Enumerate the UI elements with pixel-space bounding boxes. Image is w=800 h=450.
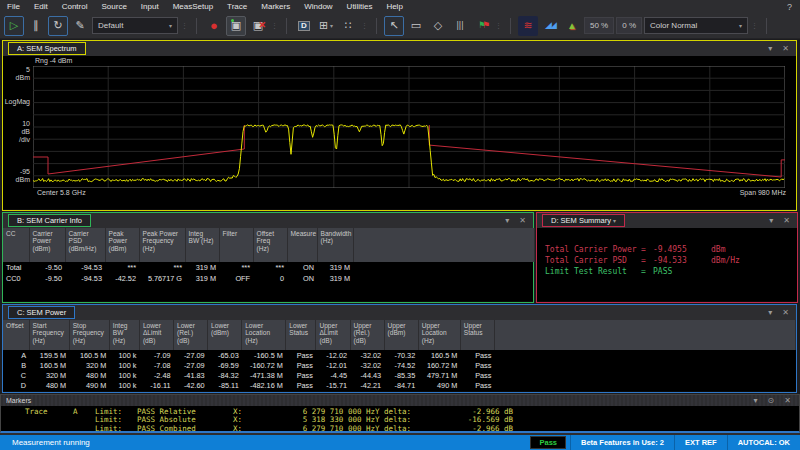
spectrogram-button[interactable]: ≋ [518,16,538,36]
cell: D [3,380,29,390]
cell: OFF [219,273,253,284]
marker-field [25,416,73,424]
cell: -7.09 [139,350,173,360]
marker-row: Limit:PASS CombinedX:6 279 710 000 HzY d… [1,425,799,433]
transparency-value[interactable]: 50 % [584,17,614,34]
close-icon[interactable]: ✕ [778,308,793,317]
column-header: Upper (dBm) [384,320,418,350]
cell: -482.16 M [242,380,286,390]
minimize-icon[interactable]: ▾ [765,216,777,225]
marker-flags-button[interactable]: ⚑⚑ [472,16,492,36]
chevron-down-icon: ▾ [169,22,172,29]
pause-button[interactable]: ∥ [26,16,46,36]
rotation-value[interactable]: 0 % [616,17,642,34]
hardware-connect-button[interactable]: ▣ [226,16,246,36]
histogram-button[interactable]: ◢◢ [540,16,560,36]
toolbar-grip: ⋮ [361,22,368,30]
toolbar-grip: ⋮ [495,22,502,30]
sweep-config-button[interactable]: ✎ [70,16,90,36]
display-lines-button[interactable]: ||| [450,16,470,36]
summary-unit [711,266,797,277]
play-button[interactable]: ▷ [4,16,24,36]
cell: -65.03 [208,350,242,360]
layout-grid-icon: ⊞ [319,20,328,31]
cell: -27.09 [174,360,208,370]
center-frequency-label: Center 5.8 GHz [37,189,86,196]
menu-item-input[interactable]: Input [134,0,166,13]
cell: ON [287,262,317,273]
column-header: Upper Status [460,320,494,350]
menu-item-edit[interactable]: Edit [27,0,55,13]
minimize-icon[interactable]: ▾ [764,44,776,53]
column-header: Carrier PSD (dBm/Hz) [65,228,105,262]
chevron-down-icon[interactable]: ▾ [613,217,616,224]
digital-demod-icon: D [298,21,310,31]
panel-sem-summary: D: SEM Summary ▾ ▾ ✕ Total Carrier Power… [536,212,798,303]
marker-field: -2.966 dB [441,425,513,433]
cell: Pass [460,380,494,390]
cell: -85.35 [384,370,418,380]
cell [494,370,795,380]
menu-item-trace[interactable]: Trace [220,0,254,13]
menu-item-file[interactable]: File [0,0,27,13]
span-label: Span 980 MHz [740,189,786,196]
minimize-icon[interactable]: ▾ [750,396,762,405]
color-dropdown[interactable]: Color Normal▾ [644,17,748,34]
hardware-disconnect-button[interactable]: ▣✕ [248,16,268,36]
menu-item-control[interactable]: Control [55,0,95,13]
panel-a-title-tab[interactable]: A: SEM Spectrum [8,42,86,55]
restart-button[interactable]: ↻ [48,16,68,36]
cell [353,262,534,273]
close-icon[interactable]: ✕ [778,44,793,53]
marker-field [73,425,95,433]
spectrum-plot[interactable] [33,66,785,188]
panel-d-title-tab[interactable]: D: SEM Summary ▾ [542,214,625,227]
zoom-select-button[interactable]: ▭ [406,16,426,36]
menu-item-source[interactable]: Source [94,0,133,13]
menu-item-meassetup[interactable]: MeasSetup [166,0,220,13]
cell: -16.11 [139,380,173,390]
histogram-icon: ◢◢ [545,21,555,30]
close-icon[interactable]: ✕ [779,216,794,225]
cell: Pass [286,360,316,370]
summary-value: PASS [653,266,711,277]
menu-item-help[interactable]: Help [379,0,409,13]
panel-b-title-tab[interactable]: B: SEM Carrier Info [8,214,91,227]
pin-icon[interactable]: ⊙ [764,396,779,405]
column-header: Lower Status [286,320,316,350]
marker-diamond-button[interactable]: ◇ [428,16,448,36]
cell: Total [3,262,29,273]
cursor-select-button[interactable]: ↖ [384,16,404,36]
record-button[interactable]: ● [204,16,224,36]
menu-item-utilities[interactable]: Utilities [340,0,380,13]
cell: 100 k [109,350,139,360]
markers-title-bar: Markers ▾ ⊙ ✕ [1,395,799,406]
column-header: Lower ΔLimit (dB) [139,320,173,350]
menu-item-markers[interactable]: Markers [254,0,297,13]
minimize-icon[interactable]: ▾ [501,216,513,225]
toolbar-separator [286,18,287,34]
help-icon[interactable]: ? [787,2,792,12]
menu-item-window[interactable]: Window [297,0,339,13]
status-message: Measurement running [12,438,90,447]
cumulative-history-button[interactable]: ▲ [562,16,582,36]
summary-line: Limit Test Result=PASS [545,266,797,277]
layout-grid-button[interactable]: ⊞▾ [316,16,336,36]
marker-field [73,416,95,424]
marker-field: 6 279 710 000 Hz [253,425,375,433]
close-icon[interactable]: ✕ [780,396,795,405]
preset-dropdown[interactable]: Default▾ [92,17,178,34]
summary-line: Total Carrier PSD=-94.533dBm/Hz [545,255,797,266]
summary-unit: dBm/Hz [711,255,797,266]
node-graph-button[interactable]: ∷ [338,16,358,36]
cell: 320 M [69,360,109,370]
cell: -32.02 [350,360,384,370]
y-axis-top-label: 5 [3,66,30,74]
cell: -94.53 [65,273,105,284]
minimize-icon[interactable]: ▾ [764,308,776,317]
summary-value: -94.533 [653,255,711,266]
close-icon[interactable]: ✕ [515,216,530,225]
panel-c-title-tab[interactable]: C: SEM Power [8,306,75,319]
toolbar-grip: ⋮ [271,22,278,30]
digital-demod-button[interactable]: D [294,16,314,36]
